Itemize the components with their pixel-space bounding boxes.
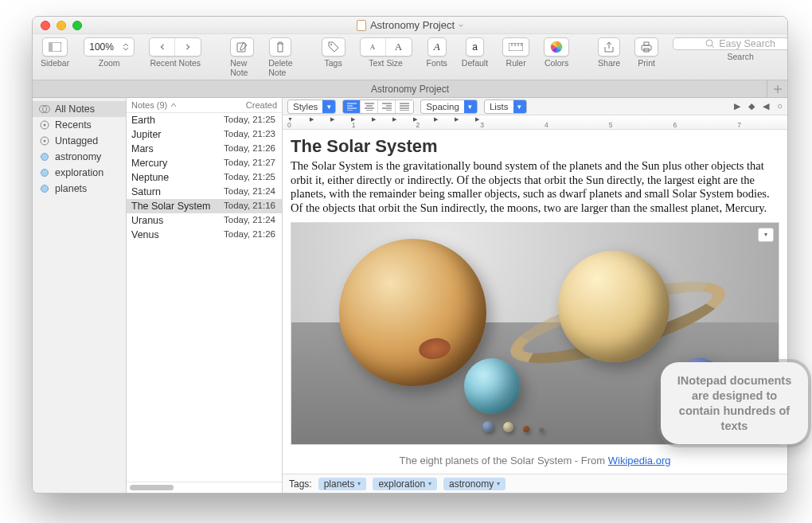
chevron-down-icon: ▾ — [464, 100, 477, 113]
list-item[interactable]: VenusToday, 21:26 — [127, 228, 282, 242]
chevron-down-icon: ▾ — [497, 480, 500, 487]
svg-rect-1 — [49, 42, 53, 52]
list-item[interactable]: MercuryToday, 21:27 — [127, 156, 282, 170]
tag-chip[interactable]: exploration▾ — [373, 478, 437, 490]
spacing-dropdown[interactable]: Spacing ▾ — [420, 100, 478, 114]
tag-dot-icon — [39, 151, 50, 162]
sidebar-item-tag-exploration[interactable]: exploration — [33, 165, 126, 181]
note-heading: The Solar System — [291, 136, 779, 158]
print-button[interactable] — [634, 37, 658, 57]
tags-label: Tags — [324, 58, 342, 68]
align-center-button[interactable] — [361, 100, 378, 113]
sidebar-item-all-notes[interactable]: All Notes — [33, 101, 126, 117]
tag-dot-icon — [39, 183, 50, 194]
print-label: Print — [638, 58, 655, 68]
tab-bar: Astronomy Project — [33, 80, 787, 98]
circles-icon — [39, 103, 50, 115]
notes-list-panel: Notes (9) Created EarthToday, 21:25Jupit… — [127, 98, 283, 493]
back-button[interactable] — [150, 38, 175, 56]
list-item[interactable]: NeptuneToday, 21:25 — [127, 170, 282, 185]
circle-icon[interactable]: ○ — [777, 101, 783, 111]
toolbar: Sidebar 100% Zoom Recent Notes New Note — [33, 34, 787, 80]
tag-chip[interactable]: astronomy▾ — [443, 478, 506, 490]
notes-list-header[interactable]: Notes (9) Created — [127, 98, 282, 113]
stepper-icon — [123, 43, 129, 51]
svg-point-13 — [44, 124, 46, 127]
zoom-select[interactable]: 100% — [84, 37, 135, 57]
svg-rect-6 — [642, 45, 651, 50]
tag-icon — [328, 41, 339, 53]
svg-point-16 — [41, 154, 49, 161]
play-icon[interactable]: ◀ — [763, 101, 769, 111]
list-item[interactable]: SaturnToday, 21:24 — [127, 185, 282, 199]
diamond-icon[interactable]: ◆ — [748, 101, 755, 111]
svg-point-18 — [41, 185, 49, 193]
gear-icon — [39, 119, 50, 131]
forward-button[interactable] — [175, 38, 201, 56]
created-header: Created — [246, 100, 277, 110]
delete-note-button[interactable] — [269, 37, 291, 57]
text-smaller-button[interactable]: A — [361, 38, 386, 56]
list-item[interactable]: JupiterToday, 21:23 — [127, 127, 282, 142]
text-larger-button[interactable]: A — [386, 38, 412, 56]
sidebar-item-tag-planets[interactable]: planets — [33, 181, 126, 197]
sidebar-item-tag-astronomy[interactable]: astronomy — [33, 149, 126, 165]
list-item[interactable]: MarsToday, 21:26 — [127, 142, 282, 156]
inner-planets — [482, 421, 544, 432]
fonts-button[interactable]: A — [427, 37, 447, 57]
image-options-button[interactable]: ▾ — [758, 228, 774, 242]
colors-button[interactable] — [544, 37, 569, 57]
default-button[interactable]: a — [466, 37, 484, 57]
tab-title[interactable]: Astronomy Project — [371, 84, 449, 95]
note-date: Today, 21:24 — [224, 186, 275, 197]
list-item[interactable]: UranusToday, 21:24 — [127, 213, 282, 228]
align-justify-button[interactable] — [396, 100, 413, 113]
chevron-down-icon[interactable] — [459, 23, 463, 28]
note-title: Neptune — [131, 172, 169, 183]
caption-link[interactable]: Wikipedia.org — [608, 455, 671, 466]
svg-point-9 — [706, 40, 712, 46]
note-date: Today, 21:25 — [224, 172, 275, 183]
sidebar-item-recents[interactable]: Recents — [33, 117, 126, 133]
align-right-button[interactable] — [378, 100, 396, 113]
search-input[interactable]: Easy Search — [673, 37, 788, 50]
tag-bar: Tags: planets▾exploration▾astronomy▾ — [283, 474, 787, 493]
svg-rect-7 — [644, 42, 649, 45]
ruler[interactable]: ▼ ▶▶▶▶▶▶▶▶▶ 01234567 — [283, 115, 787, 130]
svg-point-17 — [41, 170, 49, 177]
new-tab-button[interactable] — [767, 80, 787, 97]
info-balloon: INotepad documents are designed to conta… — [661, 362, 808, 444]
note-title: Venus — [131, 229, 159, 240]
lists-dropdown[interactable]: Lists ▾ — [484, 100, 527, 114]
new-note-button[interactable] — [230, 37, 254, 57]
ruler-button[interactable] — [502, 37, 529, 57]
new-note-label: New Note — [230, 58, 254, 77]
sidebar-icon — [49, 42, 61, 52]
align-left-button[interactable] — [343, 100, 361, 113]
ruler-nav-icons: ▶ ◆ ◀ ○ — [734, 101, 783, 111]
sidebar-toggle-button[interactable] — [42, 37, 68, 57]
text-size-buttons[interactable]: A A — [360, 37, 412, 57]
list-item[interactable]: The Solar SystemToday, 21:16 — [127, 199, 282, 213]
recent-notes-label: Recent Notes — [150, 58, 201, 68]
horizontal-scrollbar[interactable] — [127, 482, 282, 493]
sidebar-item-label: All Notes — [55, 103, 95, 115]
titlebar: Astronomy Project — [33, 17, 787, 34]
tag-chip[interactable]: planets▾ — [318, 478, 367, 490]
note-title: Jupiter — [131, 129, 162, 140]
styles-dropdown[interactable]: Styles ▾ — [287, 100, 336, 114]
note-date: Today, 21:16 — [224, 201, 275, 212]
play-icon[interactable]: ▶ — [734, 101, 740, 111]
sidebar-item-untagged[interactable]: Untagged — [33, 133, 126, 149]
chevron-down-icon: ▾ — [428, 480, 431, 487]
editor-format-bar: Styles ▾ Spacing ▾ Lists ▾ — [283, 98, 787, 115]
tags-button[interactable] — [322, 37, 345, 57]
default-label: Default — [462, 58, 488, 68]
recent-notes-buttons[interactable] — [149, 37, 201, 57]
note-title: Saturn — [131, 186, 161, 197]
share-button[interactable] — [598, 37, 620, 57]
alignment-segmented[interactable] — [342, 100, 414, 114]
text-size-label: Text Size — [369, 58, 403, 68]
list-item[interactable]: EarthToday, 21:25 — [127, 113, 282, 127]
search-icon — [705, 39, 715, 49]
